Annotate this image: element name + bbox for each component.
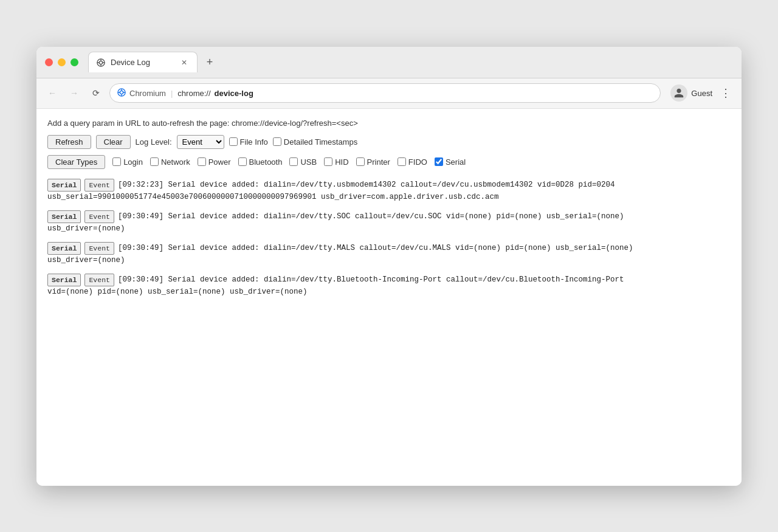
type-login-label[interactable]: Login <box>112 157 143 167</box>
svg-point-1 <box>99 61 102 64</box>
tag-event: Event <box>84 242 114 255</box>
log-line2: usb_driver=(none) <box>47 255 731 266</box>
type-printer-checkbox[interactable] <box>356 157 365 166</box>
log-entry: Serial Event [09:30:49] Serial device ad… <box>47 242 731 266</box>
type-fido-checkbox[interactable] <box>398 157 406 166</box>
minimize-button[interactable] <box>58 58 66 66</box>
log-line1: [09:32:23] Serial device added: dialin=/… <box>118 179 615 191</box>
address-bar: ← → ⟳ Chromium | chrome://device-log <box>36 78 742 109</box>
type-usb-checkbox[interactable] <box>289 157 298 166</box>
type-hid-label[interactable]: HID <box>324 157 348 167</box>
profile-icon[interactable] <box>670 85 687 102</box>
file-info-label: File Info <box>240 137 268 147</box>
type-network-text: Network <box>161 157 190 167</box>
log-entry: Serial Event [09:30:49] Serial device ad… <box>47 274 731 298</box>
log-list: Serial Event [09:32:23] Serial device ad… <box>47 179 731 298</box>
tag-event: Event <box>84 210 114 223</box>
detailed-timestamps-checkbox[interactable] <box>273 137 281 146</box>
active-tab[interactable]: Device Log ✕ <box>88 52 198 72</box>
log-entry: Serial Event [09:32:23] Serial device ad… <box>47 179 731 203</box>
type-hid-checkbox[interactable] <box>324 157 332 166</box>
type-serial-label[interactable]: Serial <box>435 157 466 167</box>
type-usb-label[interactable]: USB <box>289 157 317 167</box>
file-info-checkbox-label[interactable]: File Info <box>229 137 268 147</box>
type-serial-text: Serial <box>446 157 466 167</box>
tag-serial: Serial <box>47 179 81 192</box>
log-line1: [09:30:49] Serial device added: dialin=/… <box>118 211 624 223</box>
title-bar: Device Log ✕ + <box>36 47 742 78</box>
tag-serial: Serial <box>47 274 81 286</box>
tab-title: Device Log <box>111 58 150 67</box>
log-line1: [09:30:49] Serial device added: dialin=/… <box>118 243 633 254</box>
url-favicon-icon <box>117 88 126 98</box>
tag-event: Event <box>84 179 114 192</box>
tab-favicon-icon <box>96 58 106 67</box>
tag-serial: Serial <box>47 210 81 223</box>
type-usb-text: USB <box>300 157 317 167</box>
log-line1: [09:30:49] Serial device added: dialin=/… <box>118 274 624 286</box>
type-hid-text: HID <box>335 157 348 167</box>
url-scheme: chrome:// <box>177 89 210 98</box>
type-network-checkbox[interactable] <box>150 157 159 166</box>
tag-event: Event <box>84 274 114 286</box>
close-button[interactable] <box>45 58 53 66</box>
url-path: device-log <box>215 89 253 98</box>
type-login-text: Login <box>123 157 143 167</box>
type-serial-checkbox[interactable] <box>435 157 443 166</box>
type-network-label[interactable]: Network <box>150 157 190 167</box>
tag-serial: Serial <box>47 242 81 255</box>
url-bar[interactable]: Chromium | chrome://device-log <box>109 83 661 103</box>
log-line2: usb_driver=(none) <box>47 223 731 235</box>
refresh-button[interactable]: Refresh <box>47 135 91 149</box>
type-bluetooth-text: Bluetooth <box>249 157 283 167</box>
traffic-lights <box>45 58 78 66</box>
hint-text: Add a query param in URL to auto-refresh… <box>47 119 731 128</box>
type-fido-label[interactable]: FIDO <box>398 157 427 167</box>
type-power-checkbox[interactable] <box>198 157 206 166</box>
back-button[interactable]: ← <box>44 85 61 102</box>
toolbar-row: Refresh Clear Log Level: Event Debug Inf… <box>47 135 731 149</box>
type-printer-text: Printer <box>367 157 390 167</box>
profile-label: Guest <box>691 89 712 98</box>
type-login-checkbox[interactable] <box>112 157 121 166</box>
type-printer-label[interactable]: Printer <box>356 157 390 167</box>
browser-menu-button[interactable]: ⋮ <box>717 85 734 102</box>
svg-point-7 <box>120 91 123 94</box>
type-fido-text: FIDO <box>408 157 427 167</box>
type-bluetooth-checkbox[interactable] <box>238 157 247 166</box>
type-bluetooth-label[interactable]: Bluetooth <box>238 157 283 167</box>
log-level-label: Log Level: <box>136 137 172 147</box>
type-power-label[interactable]: Power <box>198 157 231 167</box>
profile-area: Guest <box>670 85 712 102</box>
type-power-text: Power <box>208 157 231 167</box>
page-content: Add a query param in URL to auto-refresh… <box>36 109 742 486</box>
clear-types-button[interactable]: Clear Types <box>47 155 105 169</box>
url-brand: Chromium <box>129 89 166 98</box>
maximize-button[interactable] <box>71 58 78 66</box>
forward-button[interactable]: → <box>66 85 83 102</box>
new-tab-button[interactable]: + <box>201 54 218 71</box>
log-entry: Serial Event [09:30:49] Serial device ad… <box>47 210 731 235</box>
log-level-select[interactable]: Event Debug Info Warning Error <box>177 135 224 149</box>
tab-close-button[interactable]: ✕ <box>179 57 190 68</box>
detailed-timestamps-label: Detailed Timestamps <box>284 137 357 147</box>
types-row: Clear Types Login Network Power Bluetoot… <box>47 155 731 169</box>
detailed-timestamps-checkbox-label[interactable]: Detailed Timestamps <box>273 137 357 147</box>
log-line2: vid=(none) pid=(none) usb_serial=(none) … <box>47 286 731 298</box>
url-separator: | <box>171 89 173 98</box>
browser-window: Device Log ✕ + ← → ⟳ Chromium | <box>36 47 742 486</box>
file-info-checkbox[interactable] <box>229 137 238 146</box>
clear-button[interactable]: Clear <box>96 135 131 149</box>
reload-button[interactable]: ⟳ <box>88 85 105 102</box>
log-line2: usb_serial=9901000051774e45003e700600000… <box>47 192 731 203</box>
tab-bar: Device Log ✕ + <box>88 52 733 72</box>
